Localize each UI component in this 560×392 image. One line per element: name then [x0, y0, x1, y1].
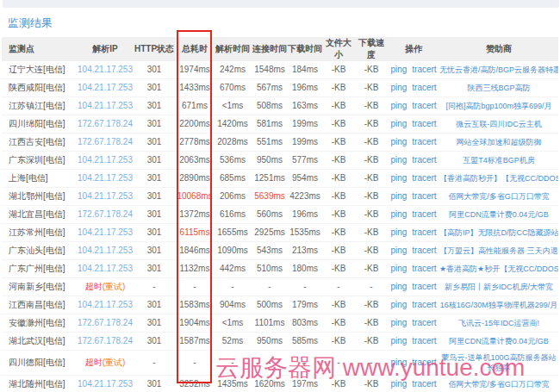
tracert-link[interactable]: tracert [412, 173, 436, 183]
cell-resolved-ip[interactable]: 172.67.178.245 [78, 314, 133, 333]
cell-dns-time: 52ms [214, 333, 252, 351]
ip-link[interactable]: 104.21.17.253 [78, 246, 133, 255]
cell-resolved-ip[interactable]: 104.21.17.253 [78, 61, 133, 79]
cell-resolved-ip[interactable]: 104.21.17.253 [78, 79, 133, 97]
sponsor-link[interactable]: 网站全球加速和超级防御 [457, 138, 542, 146]
ip-link[interactable]: 172.67.178.245 [78, 137, 133, 146]
sponsor-link[interactable]: 阿里CDN流量计费0.04元/GB [449, 337, 549, 345]
ip-link[interactable]: 172.67.178.245 [78, 336, 133, 345]
ping-link[interactable]: ping [390, 358, 407, 367]
ip-link[interactable]: 172.67.178.245 [78, 318, 133, 327]
ping-link[interactable]: ping [390, 209, 407, 219]
cell-resolved-ip[interactable]: 172.67.178.245 [78, 206, 133, 224]
ping-link[interactable]: ping [390, 83, 407, 92]
ping-link[interactable]: ping [390, 336, 407, 345]
ip-link[interactable]: 104.21.17.253 [78, 65, 133, 74]
tracert-link[interactable]: tracert [412, 83, 436, 92]
tracert-link[interactable]: tracert [412, 358, 436, 367]
tracert-link[interactable]: tracert [412, 282, 436, 291]
tracert-link[interactable]: tracert [412, 336, 436, 345]
cell-resolved-ip[interactable]: 172.67.178.245 [78, 333, 133, 351]
ping-link[interactable]: ping [390, 246, 407, 255]
sponsor-link[interactable]: 陕西三线BGP高防 [467, 84, 530, 92]
sponsor-link[interactable]: 【万盟云】高性能服务器 三天内退款 [439, 246, 558, 255]
ping-link[interactable]: ping [390, 101, 407, 110]
ip-link[interactable]: 104.21.17.253 [78, 227, 133, 237]
ip-link[interactable]: 104.21.17.253 [78, 173, 133, 183]
cell-resolved-ip[interactable]: 104.21.17.253 [78, 224, 133, 242]
sponsor-link[interactable]: ★香港高防★秒开【无视CC/DDOS】 [439, 264, 558, 273]
tracert-link[interactable]: tracert [412, 191, 436, 201]
cell-resolved-ip[interactable]: 172.67.178.245 [78, 115, 133, 134]
cell-operations: pingtracert [388, 333, 439, 351]
sponsor-link[interactable]: 16核16G/30M独享物理机器299/月 [440, 301, 558, 309]
sponsor-link[interactable]: 微云互联-四川IDC云主机 [456, 120, 542, 128]
retry-label[interactable]: (重试) [103, 358, 126, 367]
sponsor-link[interactable]: 【香港高防秒开】【无视CC/DDOS】 [439, 174, 558, 183]
sponsor-link[interactable]: 蒙鸟云-送单机100G高防服务器站长独享 [441, 353, 556, 372]
cell-sponsor: 佰网大带宽/多省G口万口带宽 [439, 188, 558, 206]
ping-link[interactable]: ping [390, 318, 407, 327]
sponsor-link[interactable]: 新乡易阳丨新乡IDC机房/大带宽 [445, 283, 553, 291]
cell-resolved-ip[interactable]: 104.21.17.253 [78, 152, 133, 170]
cell-connect-time: 1620ms [252, 376, 288, 392]
ip-link[interactable]: 104.21.17.253 [78, 101, 133, 110]
cell-http-status: 301 [133, 242, 176, 260]
ip-link[interactable]: 172.67.178.245 [78, 209, 133, 219]
ping-link[interactable]: ping [390, 119, 407, 128]
cell-resolved-ip[interactable]: 104.21.17.253 [78, 242, 133, 260]
sponsor-link[interactable]: 佰网大带宽/多省G口万口带宽 [448, 192, 550, 201]
ping-link[interactable]: ping [390, 65, 407, 74]
tracert-link[interactable]: tracert [412, 379, 436, 389]
cell-resolved-ip[interactable]: 104.21.17.253 [78, 97, 133, 115]
cell-download-speed: -KB [355, 61, 388, 79]
ping-link[interactable]: ping [390, 137, 407, 146]
tracert-link[interactable]: tracert [412, 65, 436, 74]
cell-resolved-ip[interactable]: 104.21.17.253 [78, 376, 133, 392]
ping-link[interactable]: ping [390, 227, 407, 237]
cell-resolved-ip[interactable]: 104.21.17.253 [78, 260, 133, 278]
sponsor-link[interactable]: [同袍]高防bgp100m独享699/月 [445, 102, 551, 110]
tracert-link[interactable]: tracert [412, 101, 436, 110]
table-row: 湖北鄂州[电信]104.21.17.25330110068ms206ms5639… [2, 188, 558, 206]
ping-link[interactable]: ping [390, 300, 407, 309]
tracert-link[interactable]: tracert [412, 137, 436, 146]
cell-operations: pingtracert [388, 134, 439, 152]
tracert-link[interactable]: tracert [412, 264, 436, 273]
tracert-link[interactable]: tracert [412, 227, 436, 237]
retry-label[interactable]: (重试) [103, 282, 126, 291]
cell-resolved-ip[interactable]: 104.21.17.253 [78, 170, 133, 188]
cell-download-time: 577ms [288, 152, 322, 170]
ip-link[interactable]: 104.21.17.253 [78, 191, 133, 201]
cell-resolved-ip[interactable]: 104.21.17.253 [78, 188, 133, 206]
ping-link[interactable]: ping [390, 379, 407, 389]
ip-link[interactable]: 104.21.17.253 [78, 300, 133, 309]
ip-link[interactable]: 104.21.17.253 [78, 264, 133, 273]
cell-total-time: 1372ms [176, 206, 214, 224]
tracert-link[interactable]: tracert [412, 155, 436, 165]
ip-link[interactable]: 104.21.17.253 [78, 379, 133, 389]
sponsor-link[interactable]: 无忧云香港/高防/BGP云服务器特惠 [439, 65, 558, 74]
monitor-results-table: 监测点解析IPHTTP状态总耗时解析时间连接时间下载时间文件大小下载速度操作赞助… [2, 37, 558, 392]
tracert-link[interactable]: tracert [412, 209, 436, 219]
ping-link[interactable]: ping [390, 282, 407, 291]
sponsor-link[interactable]: 阿里CDN流量计费0.04元/GB [449, 210, 549, 219]
tracert-link[interactable]: tracert [412, 246, 436, 255]
ping-link[interactable]: ping [390, 191, 407, 201]
cell-resolved-ip[interactable]: 104.21.17.253 [78, 296, 133, 314]
ping-link[interactable]: ping [390, 264, 407, 273]
sponsor-link[interactable]: 佰网大带宽/多省G口万口带宽 [448, 380, 550, 389]
ping-link[interactable]: ping [390, 173, 407, 183]
ping-link[interactable]: ping [390, 155, 407, 165]
ip-link[interactable]: 104.21.17.253 [78, 155, 133, 165]
sponsor-link[interactable]: 互盟T4标准BGP机房 [463, 156, 535, 165]
ip-link[interactable]: 104.21.17.253 [78, 83, 133, 92]
sponsor-link[interactable]: 【高防IP】无限抗D/防CC隐藏源站IP [439, 228, 558, 237]
cell-resolved-ip[interactable]: 172.67.178.245 [78, 134, 133, 152]
tracert-link[interactable]: tracert [412, 300, 436, 309]
sponsor-link[interactable]: 飞讯云-15年IDC运营商! [458, 319, 539, 327]
ip-link[interactable]: 172.67.178.245 [78, 119, 133, 128]
tracert-link[interactable]: tracert [412, 318, 436, 327]
tracert-link[interactable]: tracert [412, 119, 436, 128]
col-header-9: 操作 [388, 37, 439, 61]
